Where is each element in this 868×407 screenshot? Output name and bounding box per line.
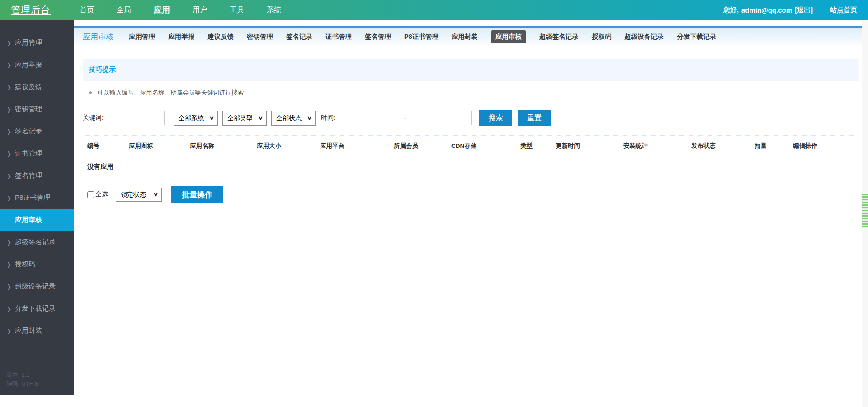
dotted-divider <box>83 104 859 104</box>
chevron-right-icon: ❯ <box>7 284 15 290</box>
sidebar-item[interactable]: ❯ 签名管理 <box>0 165 74 187</box>
table-column-header: 发布状态 <box>691 142 755 150</box>
tab[interactable]: 应用举报 <box>168 33 194 41</box>
tab[interactable]: 超级设备记录 <box>624 33 664 41</box>
sidebar: ❯ 应用管理 ❯ 应用举报 ❯ 建议反馈 ❯ 密钥管理 ❯ 签名记录 ❯ 证书管… <box>0 20 74 395</box>
content-inner: 技巧提示 可以输入编号、应用名称、所属会员等关键词进行搜索 关键词: 全部系统 … <box>74 59 868 203</box>
chevron-right-icon: ❯ <box>7 328 15 334</box>
user-greeting: 您好, admin@qq.com [退出] <box>723 6 813 14</box>
sidebar-item[interactable]: ❯ 签名记录 <box>0 120 74 142</box>
table-column-header: CDN存储 <box>451 142 520 150</box>
table-column-header: 所属会员 <box>394 142 451 150</box>
batch-action-select[interactable]: 锁定状态 <box>116 188 162 202</box>
tab[interactable]: 应用封装 <box>452 33 478 41</box>
sidebar-item[interactable]: ❯ 应用举报 <box>0 54 74 76</box>
top-nav-item[interactable]: 全局 <box>117 5 131 15</box>
tab[interactable]: 签名管理 <box>365 33 391 41</box>
top-nav-item[interactable]: 用户 <box>193 5 207 15</box>
table-column-header: 更新时间 <box>556 142 623 150</box>
table-column-header: 扣量 <box>755 142 793 150</box>
empty-state-text: 没有应用 <box>83 162 859 171</box>
status-select[interactable]: 全部状态 <box>271 111 316 126</box>
batch-apply-button[interactable]: 批量操作 <box>171 186 223 203</box>
system-select[interactable]: 全部系统 <box>174 111 218 126</box>
dashed-divider <box>6 366 60 366</box>
scrollbar-track[interactable] <box>862 20 868 407</box>
scrollbar-thumb[interactable] <box>862 194 868 228</box>
sidebar-item-label: 证书管理 <box>15 149 42 158</box>
sidebar-footer: 版本: 2.1 编码: UTF-8 <box>6 366 67 388</box>
header-right: 您好, admin@qq.com [退出] 站点首页 <box>723 6 857 14</box>
tab[interactable]: 分发下载记录 <box>677 33 716 41</box>
tab[interactable]: 授权码 <box>592 33 612 41</box>
sidebar-item[interactable]: ❯ 证书管理 <box>0 142 74 165</box>
reset-button[interactable]: 重置 <box>518 110 551 126</box>
tab[interactable]: P8证书管理 <box>404 33 439 41</box>
chevron-right-icon: ❯ <box>7 151 15 157</box>
time-from-input[interactable] <box>339 111 400 125</box>
table-header-row: 编号应用图标应用名称应用大小应用平台所属会员CDN存储类型更新时间安装统计发布状… <box>83 142 859 150</box>
main-content: 应用审核 应用管理应用举报建议反馈密钥管理签名记录证书管理签名管理P8证书管理应… <box>74 20 868 407</box>
table-column-header: 安装统计 <box>623 142 691 150</box>
table-column-header: 编辑操作 <box>793 142 843 150</box>
sidebar-item-label: 密钥管理 <box>15 105 42 114</box>
time-to-input[interactable] <box>410 111 472 125</box>
sidebar-item[interactable]: ❯ 授权码 <box>0 253 74 275</box>
sidebar-item[interactable]: ❯ 应用管理 <box>0 32 74 54</box>
tab[interactable]: 签名记录 <box>286 33 312 41</box>
sidebar-menu: ❯ 应用管理 ❯ 应用举报 ❯ 建议反馈 ❯ 密钥管理 ❯ 签名记录 ❯ 证书管… <box>0 32 74 342</box>
top-nav-item[interactable]: 工具 <box>230 5 244 15</box>
sidebar-item-label: 签名记录 <box>15 127 42 136</box>
tab[interactable]: 应用管理 <box>129 33 155 41</box>
greeting-text: 您好, <box>723 6 739 14</box>
tab[interactable]: 证书管理 <box>326 33 352 41</box>
top-nav: 首页全局应用用户工具系统 <box>80 5 281 15</box>
tab-bar: 应用审核 应用管理应用举报建议反馈密钥管理签名记录证书管理签名管理P8证书管理应… <box>74 26 868 46</box>
sidebar-item[interactable]: ❯ 应用审核 <box>0 209 74 231</box>
chevron-right-icon: ❯ <box>7 306 15 312</box>
dotted-divider <box>83 135 859 136</box>
sidebar-item-label: 超级签名记录 <box>15 238 56 246</box>
version-label: 版本: 2.1 <box>6 370 67 379</box>
select-all-checkbox[interactable] <box>87 191 94 198</box>
app-logo[interactable]: 管理后台 <box>11 4 51 16</box>
sidebar-item[interactable]: ❯ 密钥管理 <box>0 98 74 120</box>
tips-panel: 技巧提示 <box>83 59 859 81</box>
sidebar-item[interactable]: ❯ 建议反馈 <box>0 76 74 98</box>
keyword-input[interactable] <box>107 111 165 125</box>
sidebar-item[interactable]: ❯ P8证书管理 <box>0 187 74 209</box>
batch-action-select-wrap: 锁定状态 ∨ <box>116 188 162 202</box>
sidebar-item[interactable]: ❯ 分发下载记录 <box>0 298 74 320</box>
type-select-wrap: 全部类型 ∨ <box>222 111 267 126</box>
search-button[interactable]: 搜索 <box>479 110 512 126</box>
sidebar-item-label: 建议反馈 <box>15 83 42 91</box>
dotted-divider <box>83 181 859 181</box>
top-nav-item[interactable]: 应用 <box>154 5 170 15</box>
time-label: 时间: <box>321 114 335 122</box>
table-column-header: 应用名称 <box>190 142 257 150</box>
keyword-label: 关键词: <box>83 114 104 122</box>
top-nav-item[interactable]: 首页 <box>80 5 94 15</box>
tab[interactable]: 应用审核 <box>491 30 526 43</box>
table-column-header: 编号 <box>87 142 129 150</box>
select-all-label: 全选 <box>95 190 108 199</box>
sidebar-item[interactable]: ❯ 超级设备记录 <box>0 275 74 298</box>
top-nav-item[interactable]: 系统 <box>267 5 281 15</box>
type-select[interactable]: 全部类型 <box>222 111 267 126</box>
tips-hint-row: 可以输入编号、应用名称、所属会员等关键词进行搜索 <box>83 89 859 97</box>
sidebar-item[interactable]: ❯ 应用封装 <box>0 320 74 342</box>
tips-hint-text: 可以输入编号、应用名称、所属会员等关键词进行搜索 <box>97 89 244 97</box>
logout-link[interactable]: [退出] <box>795 6 813 14</box>
status-select-wrap: 全部状态 ∨ <box>271 111 316 126</box>
sidebar-item[interactable]: ❯ 超级签名记录 <box>0 231 74 253</box>
sidebar-item-label: P8证书管理 <box>15 194 50 202</box>
tab[interactable]: 超级签名记录 <box>539 33 579 41</box>
chevron-right-icon: ❯ <box>7 40 15 46</box>
sidebar-item-label: 授权码 <box>15 260 35 269</box>
tab[interactable]: 建议反馈 <box>208 33 234 41</box>
chevron-right-icon: ❯ <box>7 106 15 113</box>
sidebar-item-label: 应用封装 <box>15 327 42 335</box>
tab[interactable]: 密钥管理 <box>247 33 273 41</box>
site-home-link[interactable]: 站点首页 <box>830 6 857 14</box>
chevron-right-icon: ❯ <box>7 239 15 246</box>
